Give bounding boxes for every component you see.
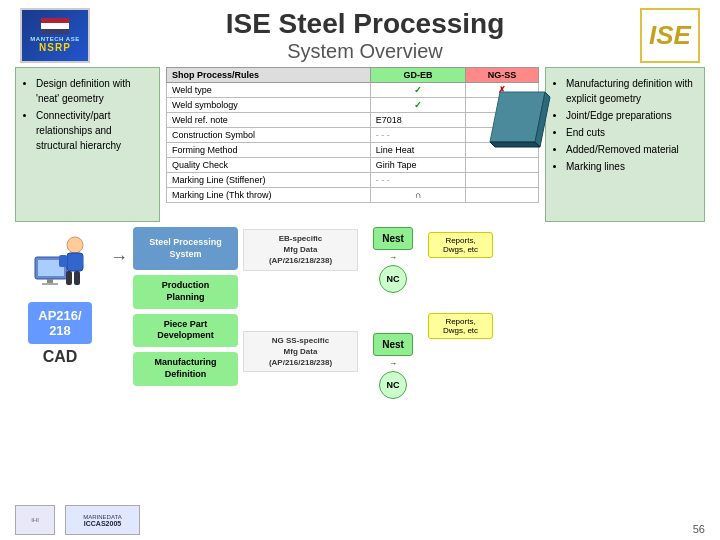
ise-logo: ISE (640, 8, 700, 63)
row-label: Weld type (167, 83, 371, 98)
left-items-list: Design definition with 'neat' geometry C… (24, 76, 151, 153)
row-label: Construction Symbol (167, 128, 371, 143)
nest-box-2: Nest (373, 333, 413, 356)
cad-label: CAD (43, 348, 78, 366)
nc-box-1: NC (379, 265, 407, 293)
svg-rect-11 (66, 271, 72, 285)
col-ngss-header: NG-SS (466, 68, 539, 83)
row-gdeb: - - - (370, 173, 466, 188)
bottom-logos: IHI MARINEDATA ICCAS2005 (15, 505, 140, 535)
nc-box-2: NC (379, 371, 407, 399)
nest-1-group: Nest → NC (363, 227, 423, 293)
left-item-2: Connectivity/part relationships and stru… (36, 108, 151, 153)
nest-nc-area: Nest → NC Nest → NC (363, 227, 423, 399)
steel-processing-box: Steel Processing System (133, 227, 238, 270)
row-gdeb: ∩ (370, 188, 466, 203)
table-row: Quality Check Girih Tape (167, 158, 539, 173)
row-gdeb: Girih Tape (370, 158, 466, 173)
header: MANTECH ASE NSRP ISE Steel Processing Sy… (0, 0, 720, 67)
svg-point-7 (67, 237, 83, 253)
row-ngss (466, 188, 539, 203)
right-info-panel: Manufacturing definition with explicit g… (545, 67, 705, 222)
table-row: Marking Line (Thk throw) ∩ (167, 188, 539, 203)
flow-diagram: AP216/ 218 CAD → Steel Processing System… (0, 222, 720, 399)
page-title: ISE Steel Processing System Overview (90, 8, 640, 63)
row-gdeb: - - - (370, 128, 466, 143)
person-icon (30, 227, 90, 297)
right-item-4: Added/Removed material (566, 142, 696, 157)
row-label: Quality Check (167, 158, 371, 173)
arrow-1: → (110, 227, 128, 268)
page-number: 56 (693, 523, 705, 535)
row-gdeb: ✓ (370, 98, 466, 113)
middle-section: Design definition with 'neat' geometry C… (15, 67, 705, 222)
reports-box-2: Reports, Dwgs, etc (428, 313, 493, 339)
right-item-5: Marking lines (566, 159, 696, 174)
svg-rect-9 (59, 255, 67, 267)
row-gdeb: Line Heat (370, 143, 466, 158)
right-item-1: Manufacturing definition with explicit g… (566, 76, 696, 106)
title-line1: ISE Steel Processing (90, 8, 640, 40)
right-item-2: Joint/Edge preparations (566, 108, 696, 123)
col-gdeb-header: GD-EB (370, 68, 466, 83)
row-label: Weld symbology (167, 98, 371, 113)
row-ngss (466, 173, 539, 188)
eb-label: EB-specificMfg Data(AP/216/218/238) (243, 229, 358, 271)
cad-section: AP216/ 218 CAD (15, 227, 105, 366)
flag-icon (41, 18, 69, 34)
col-label-header: Shop Process/Rules (167, 68, 371, 83)
nsrp-label: NSRP (39, 42, 71, 53)
ap-box: AP216/ 218 (28, 302, 91, 344)
row-gdeb: ✓ (370, 83, 466, 98)
shape-3d-decoration (480, 82, 550, 152)
ihi-logo: IHI (15, 505, 55, 535)
nsrp-logo: MANTECH ASE NSRP (20, 8, 90, 63)
piece-part-box: Piece Part Development (133, 314, 238, 347)
reports-box-1: Reports, Dwgs, etc (428, 232, 493, 258)
row-gdeb: E7018 (370, 113, 466, 128)
svg-marker-2 (490, 142, 540, 147)
title-line2: System Overview (90, 40, 640, 63)
svg-rect-12 (74, 271, 80, 285)
row-label: Forming Method (167, 143, 371, 158)
manufacturing-box: Manufacturing Definition (133, 352, 238, 385)
row-ngss (466, 158, 539, 173)
reports-area: Reports, Dwgs, etc Reports, Dwgs, etc (428, 227, 493, 339)
production-planning-box: Production Planning (133, 275, 238, 308)
svg-rect-6 (42, 283, 58, 285)
left-item-1: Design definition with 'neat' geometry (36, 76, 151, 106)
flow-boxes: Steel Processing System Production Plann… (133, 227, 238, 386)
right-item-3: End cuts (566, 125, 696, 140)
left-info-panel: Design definition with 'neat' geometry C… (15, 67, 160, 222)
row-label: Marking Line (Thk throw) (167, 188, 371, 203)
nest-2-group: Nest → NC (363, 333, 423, 399)
eb-ng-labels: EB-specificMfg Data(AP/216/218/238) NG S… (243, 227, 358, 372)
row-label: Marking Line (Stiffener) (167, 173, 371, 188)
svg-rect-10 (75, 255, 83, 267)
header-left-logos: MANTECH ASE NSRP (20, 8, 90, 63)
table-row: Marking Line (Stiffener) - - - (167, 173, 539, 188)
svg-rect-5 (47, 279, 53, 283)
iccas-logo: MARINEDATA ICCAS2005 (65, 505, 140, 535)
nest-box-1: Nest (373, 227, 413, 250)
row-label: Weld ref. note (167, 113, 371, 128)
ng-label: NG SS-specificMfg Data(AP/216/218/238) (243, 331, 358, 373)
right-items-list: Manufacturing definition with explicit g… (554, 76, 696, 174)
